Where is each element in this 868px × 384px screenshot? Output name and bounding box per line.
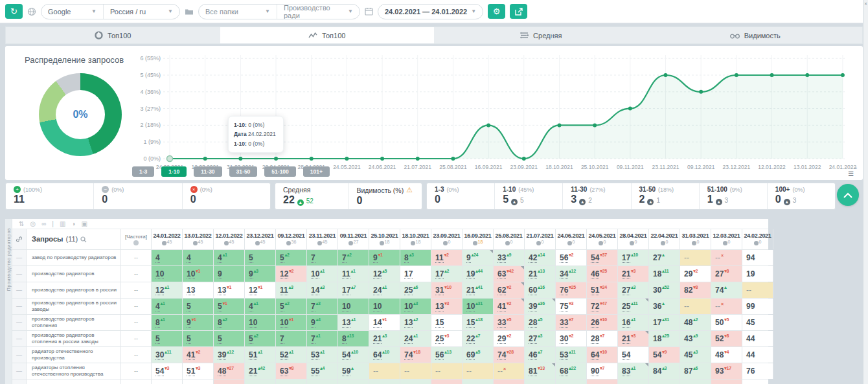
rank-cell[interactable] <box>525 379 556 384</box>
rank-cell[interactable] <box>463 379 494 384</box>
summary-card[interactable]: Видимость (%)⚠0 <box>348 183 422 209</box>
rank-value[interactable]: 59 <box>342 367 350 376</box>
rank-cell[interactable]: 13▴1 <box>338 315 369 330</box>
column-header-date[interactable]: 25.10.202118 <box>369 229 400 249</box>
rank-cell[interactable]: --× <box>494 363 525 379</box>
legend-button-1-10[interactable]: 1-10 <box>161 166 187 177</box>
tab-average[interactable]: Средняя <box>434 27 648 43</box>
rank-value[interactable]: 54 <box>653 350 661 359</box>
rank-value[interactable]: 36 <box>653 302 661 311</box>
rank-value[interactable]: 46 <box>591 269 599 279</box>
rank-cell[interactable]: 27▴3 <box>525 331 556 346</box>
rank-value[interactable]: 10 <box>373 302 382 311</box>
rank-value[interactable]: 5 <box>187 302 191 311</box>
rank-cell[interactable]: 12▴1 <box>152 282 183 298</box>
rank-value[interactable]: 45 <box>746 318 755 327</box>
rank-cell[interactable]: 19 <box>742 266 773 282</box>
scroll-top-button[interactable] <box>837 184 859 206</box>
drag-handle[interactable]: — <box>12 266 27 282</box>
rank-cell[interactable]: 64▴10 <box>369 347 400 363</box>
column-header-date[interactable]: 31.03.20210 <box>680 229 711 249</box>
rank-cell[interactable]: 15▴18 <box>463 315 494 330</box>
rank-value[interactable]: 25 <box>404 286 413 295</box>
rank-value[interactable]: 31 <box>435 286 444 295</box>
rank-cell[interactable]: 17▴7 <box>338 282 369 298</box>
refresh-button[interactable]: ↻ <box>5 4 23 19</box>
rank-value[interactable]: 72 <box>591 302 599 311</box>
rank-value[interactable]: 82 <box>684 286 692 295</box>
rank-value[interactable]: 4 <box>249 302 253 311</box>
rank-value[interactable]: 12 <box>249 286 257 295</box>
query-cell[interactable]: производство радиаторов в россии <box>27 282 121 298</box>
rank-cell[interactable]: 5 <box>214 331 245 346</box>
rank-cell[interactable]: 30▴52 <box>649 282 680 298</box>
rank-cell[interactable]: 17▴10 <box>618 250 649 265</box>
rank-value[interactable]: 27 <box>653 253 661 262</box>
rank-cell[interactable]: 17▴31 <box>649 315 680 330</box>
rank-value[interactable]: 81 <box>529 367 537 376</box>
rank-cell[interactable] <box>338 379 369 384</box>
rank-value[interactable]: 74 <box>497 350 506 360</box>
rank-value[interactable]: 83 <box>622 367 630 376</box>
rank-value[interactable]: 44 <box>746 334 755 343</box>
summary-card[interactable]: Средняя22▲52 <box>275 183 348 209</box>
legend-button-31-50[interactable]: 31-50 <box>229 166 258 177</box>
tab-visibility[interactable]: Видимость <box>648 27 863 43</box>
rank-cell[interactable]: 21▾3 <box>618 331 649 346</box>
rank-value[interactable]: 50 <box>715 318 724 327</box>
rank-value[interactable]: 93 <box>715 367 724 376</box>
rank-cell[interactable]: -- <box>463 363 494 379</box>
rank-cell[interactable]: 41▾2 <box>494 299 525 314</box>
rank-cell[interactable]: 81▾13 <box>525 363 556 379</box>
rank-value[interactable]: 5 <box>218 302 222 311</box>
rank-cell[interactable]: 5▴2 <box>276 299 307 314</box>
region-select[interactable]: Россия / ru▼ <box>103 5 179 19</box>
summary-card[interactable]: −(0%)0 <box>93 183 181 209</box>
drag-handle[interactable] <box>12 379 27 384</box>
rank-value[interactable]: 21 <box>373 334 382 344</box>
target-icon[interactable]: ◎ <box>30 220 36 227</box>
query-cell[interactable] <box>27 379 121 384</box>
rank-value[interactable]: 24 <box>373 286 382 295</box>
rank-cell[interactable]: 83▴1 <box>618 363 649 379</box>
contrast-icon[interactable]: ◑ <box>71 220 75 227</box>
rank-cell[interactable]: 54▾37 <box>587 250 618 265</box>
chart-point[interactable] <box>380 157 384 161</box>
rank-value[interactable]: 4 <box>187 253 191 263</box>
rank-cell[interactable]: 5 <box>152 331 183 346</box>
rank-cell[interactable]: 9▴24 <box>463 250 494 265</box>
rank-value[interactable]: 10 <box>187 269 195 279</box>
rank-value[interactable]: 75 <box>560 302 568 311</box>
rank-cell[interactable]: 12▴5 <box>369 266 400 282</box>
rank-cell[interactable]: -- <box>680 250 711 265</box>
rank-cell[interactable]: 53▴1 <box>307 347 338 363</box>
column-header-date[interactable]: 09.11.202127 <box>338 229 369 249</box>
drag-handle[interactable]: — <box>12 331 27 346</box>
column-header-date[interactable]: 24.05.20210 <box>587 229 618 249</box>
column-header-date[interactable]: 21.07.20210 <box>525 229 556 249</box>
rank-cell[interactable]: 9▴3 <box>245 266 276 282</box>
rank-cell[interactable]: 42▴14 <box>525 250 556 265</box>
rank-cell[interactable] <box>618 379 649 384</box>
rank-value[interactable]: 44 <box>746 350 755 359</box>
rank-cell[interactable]: 18▴25 <box>649 331 680 346</box>
rank-value[interactable]: 9 <box>249 269 253 279</box>
rank-cell[interactable]: 13▾3 <box>431 299 463 314</box>
rank-value[interactable]: 60 <box>529 286 537 295</box>
chart-point[interactable] <box>628 107 632 111</box>
rank-cell[interactable] <box>649 379 680 384</box>
snippets-icon[interactable]: ▣ <box>81 220 87 227</box>
rank-value[interactable]: 27 <box>715 269 724 278</box>
rank-cell[interactable]: 10▾1 <box>183 266 214 282</box>
rank-cell[interactable]: 39▴12 <box>214 347 245 363</box>
chart-point[interactable] <box>274 157 278 161</box>
rank-value[interactable]: 10 <box>311 269 319 279</box>
legend-button-101+[interactable]: 101+ <box>303 166 330 177</box>
rank-value[interactable]: 54 <box>591 253 599 263</box>
rank-cell[interactable]: 33▾5 <box>494 315 525 330</box>
rank-value[interactable]: 41 <box>187 350 195 360</box>
column-header-date[interactable]: 23.12.202145 <box>245 229 276 249</box>
rank-cell[interactable]: 5 <box>183 331 214 346</box>
rank-cell[interactable]: 21▴41 <box>463 282 494 298</box>
rank-cell[interactable]: 55▴4 <box>307 363 338 379</box>
